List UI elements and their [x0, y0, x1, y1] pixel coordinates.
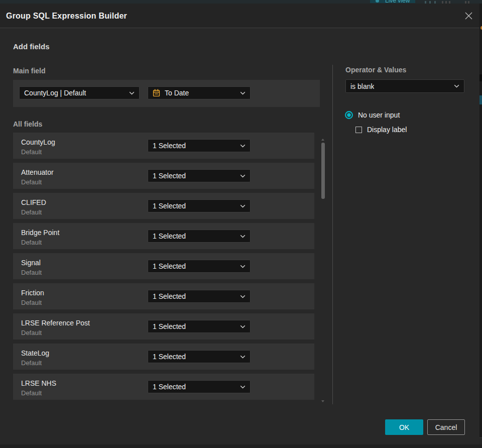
main-date-dropdown-value: To Date: [165, 89, 189, 97]
background-dark-block: [479, 74, 482, 81]
field-subtitle: Default: [21, 239, 42, 246]
field-selection-value: 1 Selected: [153, 202, 186, 210]
field-subtitle: Default: [21, 389, 42, 397]
field-row: Bridge PointDefault1 Selected: [13, 223, 314, 249]
field-subtitle: Default: [21, 269, 42, 276]
field-selection-dropdown[interactable]: 1 Selected: [148, 320, 251, 333]
field-selection-dropdown[interactable]: 1 Selected: [148, 260, 251, 273]
group-sql-expression-builder-dialog: Group SQL Expression Builder Add fields …: [0, 4, 479, 444]
field-subtitle: Default: [21, 178, 42, 186]
main-field-dropdown-value: CountyLog | Default: [24, 89, 86, 97]
add-fields-heading: Add fields: [13, 42, 50, 51]
field-row: StateLogDefault1 Selected: [13, 344, 314, 370]
field-selection-value: 1 Selected: [153, 142, 186, 150]
chevron-down-icon: [237, 144, 246, 148]
no-user-input-label: No user input: [358, 111, 400, 119]
calendar-icon: [153, 89, 160, 97]
field-selection-value: 1 Selected: [153, 172, 186, 180]
field-name: CountyLog: [21, 138, 55, 146]
field-row: CountyLogDefault1 Selected: [13, 133, 314, 159]
screen: Live view Group SQL Expression Builder A…: [0, 0, 482, 448]
main-field-label: Main field: [13, 67, 46, 75]
field-row: CLIFEDDefault1 Selected: [13, 193, 314, 219]
panel-divider: [332, 65, 333, 404]
scrollbar-thumb[interactable]: [321, 143, 325, 199]
chevron-down-icon: [237, 91, 246, 95]
close-button[interactable]: [463, 10, 474, 21]
field-selection-value: 1 Selected: [153, 262, 186, 270]
display-label-checkbox[interactable]: Display label: [355, 126, 407, 133]
chevron-down-icon: [237, 355, 246, 359]
close-icon: [465, 12, 472, 20]
chevron-down-icon: [237, 295, 246, 298]
chevron-down-icon: [451, 84, 459, 88]
main-date-dropdown[interactable]: To Date: [148, 86, 251, 99]
main-field-dropdown[interactable]: CountyLog | Default: [19, 86, 140, 99]
field-name: Bridge Point: [21, 229, 59, 237]
live-view-label: Live view: [385, 0, 410, 4]
field-subtitle: Default: [21, 148, 42, 156]
field-selection-dropdown[interactable]: 1 Selected: [148, 169, 251, 182]
ok-button[interactable]: OK: [385, 419, 423, 435]
chevron-down-icon: [237, 265, 246, 268]
background-panel-edge: [479, 437, 482, 444]
dialog-header: Group SQL Expression Builder: [0, 4, 479, 28]
field-name: Signal: [21, 259, 41, 267]
chevron-down-icon: [237, 235, 246, 238]
field-selection-dropdown[interactable]: 1 Selected: [148, 380, 251, 393]
main-field-container: CountyLog | Default To Date: [13, 80, 320, 107]
field-selection-dropdown[interactable]: 1 Selected: [148, 199, 251, 212]
scrollbar-up-arrow-icon[interactable]: [321, 139, 324, 141]
field-name: CLIFED: [21, 198, 46, 206]
cancel-button[interactable]: Cancel: [427, 419, 465, 435]
background-app-bottom-strip: [0, 444, 482, 448]
field-selection-dropdown[interactable]: 1 Selected: [148, 290, 251, 303]
field-selection-value: 1 Selected: [153, 232, 186, 240]
chevron-down-icon: [237, 174, 246, 178]
field-selection-dropdown[interactable]: 1 Selected: [148, 230, 251, 243]
field-name: LRSE NHS: [21, 379, 56, 387]
field-row: LRSE NHSDefault1 Selected: [13, 374, 314, 400]
radio-selected-icon: [345, 111, 353, 119]
list-scrollbar[interactable]: [321, 133, 325, 404]
scrollbar-down-arrow-icon[interactable]: [321, 400, 324, 402]
field-row: LRSE Reference PostDefault1 Selected: [13, 313, 314, 340]
operator-dropdown[interactable]: is blank: [345, 79, 464, 93]
field-row: SignalDefault1 Selected: [13, 253, 314, 279]
field-selection-value: 1 Selected: [153, 383, 186, 391]
checkbox-unchecked-icon: [355, 127, 362, 133]
field-row: FrictionDefault1 Selected: [13, 283, 314, 309]
field-name: StateLog: [21, 349, 49, 357]
field-subtitle: Default: [21, 359, 42, 367]
background-app-header: Live view: [0, 0, 482, 4]
field-selection-dropdown[interactable]: 1 Selected: [148, 350, 251, 363]
field-selection-value: 1 Selected: [153, 292, 186, 300]
field-name: LRSE Reference Post: [21, 319, 90, 327]
display-label-label: Display label: [367, 126, 407, 134]
chevron-down-icon: [126, 91, 135, 95]
operator-dropdown-value: is blank: [350, 82, 374, 90]
field-name: Attenuator: [21, 168, 54, 176]
chevron-down-icon: [237, 204, 246, 208]
field-selection-value: 1 Selected: [153, 322, 186, 330]
field-subtitle: Default: [21, 208, 42, 216]
no-user-input-radio[interactable]: No user input: [345, 111, 400, 119]
field-subtitle: Default: [21, 329, 42, 337]
field-subtitle: Default: [21, 299, 42, 306]
all-fields-label: All fields: [13, 120, 42, 128]
background-app-right-strip: [479, 4, 482, 444]
dialog-title: Group SQL Expression Builder: [6, 4, 127, 28]
background-selected-item: [479, 95, 482, 104]
field-name: Friction: [21, 289, 44, 297]
operator-values-heading: Operator & Values: [345, 66, 406, 74]
chevron-down-icon: [237, 325, 246, 328]
field-selection-dropdown[interactable]: 1 Selected: [148, 139, 251, 152]
field-selection-value: 1 Selected: [153, 353, 186, 361]
chevron-down-icon: [237, 385, 246, 389]
field-row: AttenuatorDefault1 Selected: [13, 163, 314, 189]
